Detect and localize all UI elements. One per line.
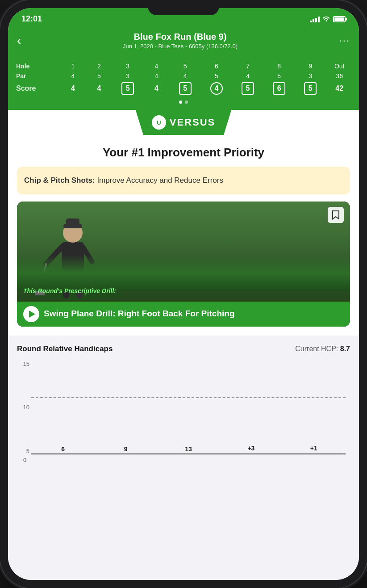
phone-frame: 12:01 ‹ Blue Fox Run (Blue 9) Jun 1 bbox=[0, 0, 367, 588]
drill-title-area[interactable]: Swing Plane Drill: Right Foot Back For P… bbox=[17, 302, 350, 327]
priority-bold: Chip & Pitch Shots: bbox=[24, 176, 95, 185]
score-hole-2[interactable]: 4 bbox=[86, 81, 112, 96]
y-label-15: 15 bbox=[23, 361, 29, 367]
versus-banner: U VERSUS bbox=[8, 110, 359, 135]
battery-icon bbox=[333, 16, 346, 22]
bar-group-3: 13 bbox=[161, 445, 216, 454]
bar-chart: 15 10 5 6 bbox=[17, 361, 350, 468]
chart-inner: 6 9 13 bbox=[31, 361, 346, 454]
grass-overlay bbox=[17, 255, 350, 291]
back-button[interactable]: ‹ bbox=[17, 34, 21, 48]
bar-group-2: 9 bbox=[98, 445, 153, 454]
score-hole-8[interactable]: 6 bbox=[263, 81, 295, 96]
improvement-title: Your #1 Improvement Priority bbox=[17, 146, 350, 160]
status-icons bbox=[310, 15, 346, 23]
header: ‹ Blue Fox Run (Blue 9) Jun 1, 2020 - Bl… bbox=[8, 27, 359, 58]
screen: 12:01 ‹ Blue Fox Run (Blue 9) Jun 1 bbox=[8, 8, 359, 580]
bar-group-5: +1 bbox=[287, 445, 341, 454]
bar-value-1: 6 bbox=[61, 445, 65, 453]
bar-group-1: 6 bbox=[36, 445, 90, 454]
course-title: Blue Fox Run (Blue 9) bbox=[123, 32, 238, 42]
score-hole-3[interactable]: 5 bbox=[112, 81, 143, 96]
hole-row: Hole 1 2 3 4 5 6 7 8 9 Out bbox=[14, 61, 353, 71]
score-hole-7[interactable]: 5 bbox=[232, 81, 263, 96]
chart-baseline bbox=[31, 454, 346, 454]
score-hole-4[interactable]: 4 bbox=[143, 81, 169, 96]
bar-value-5: +1 bbox=[310, 445, 317, 452]
handicap-title: Round Relative Handicaps bbox=[17, 344, 113, 353]
notch bbox=[148, 0, 219, 15]
zero-label: 0 bbox=[23, 457, 26, 463]
bar-value-3: 13 bbox=[185, 445, 192, 453]
handicap-section: Round Relative Handicaps Current HCP: 8.… bbox=[8, 336, 359, 477]
priority-card: Chip & Pitch Shots: Improve Accuracy and… bbox=[17, 167, 350, 194]
status-time: 12:01 bbox=[21, 14, 42, 24]
priority-text: Chip & Pitch Shots: Improve Accuracy and… bbox=[24, 175, 343, 186]
score-hole-1[interactable]: 4 bbox=[60, 81, 86, 96]
bar-value-2: 9 bbox=[124, 445, 128, 453]
y-label-10: 10 bbox=[23, 404, 29, 411]
score-hole-6[interactable]: 4 bbox=[201, 81, 232, 96]
dot-1[interactable] bbox=[179, 101, 182, 104]
more-button[interactable]: ··· bbox=[339, 35, 350, 46]
versus-label: VERSUS bbox=[170, 117, 215, 128]
priority-rest: Improve Accuracy and Reduce Errors bbox=[95, 176, 223, 185]
current-hcp-label: Current HCP: bbox=[295, 345, 338, 353]
video-card[interactable]: This Round's Prescriptive Drill: Swing P… bbox=[17, 202, 350, 327]
signal-icon bbox=[310, 16, 320, 22]
score-hole-5[interactable]: 5 bbox=[170, 81, 201, 96]
score-hole-9[interactable]: 5 bbox=[295, 81, 326, 96]
wifi-icon bbox=[322, 15, 330, 23]
hole-label: Hole bbox=[14, 61, 60, 71]
score-row: Score 4 4 5 4 5 4 5 6 5 42 bbox=[14, 81, 353, 96]
bars-container: 6 9 13 bbox=[31, 361, 346, 454]
header-title-group: Blue Fox Run (Blue 9) Jun 1, 2020 - Blue… bbox=[123, 32, 238, 50]
scorecard: Hole 1 2 3 4 5 6 7 8 9 Out Par 4 5 3 bbox=[8, 58, 359, 110]
swing-u-logo: U bbox=[152, 115, 166, 130]
drill-title: Swing Plane Drill: Right Foot Back For P… bbox=[44, 308, 235, 319]
scorecard-table: Hole 1 2 3 4 5 6 7 8 9 Out Par 4 5 3 bbox=[14, 61, 353, 96]
play-icon bbox=[29, 311, 35, 318]
versus-tag: U VERSUS bbox=[136, 110, 231, 135]
svg-text:U: U bbox=[157, 119, 161, 126]
par-row: Par 4 5 3 4 4 5 4 5 3 36 bbox=[14, 71, 353, 81]
bar-value-4: +3 bbox=[247, 445, 254, 452]
improvement-section: Your #1 Improvement Priority Chip & Pitc… bbox=[8, 135, 359, 336]
page-dots bbox=[14, 101, 353, 104]
bookmark-button[interactable] bbox=[328, 207, 344, 223]
dot-2[interactable] bbox=[185, 101, 188, 104]
svg-rect-11 bbox=[66, 218, 79, 227]
handicap-header: Round Relative Handicaps Current HCP: 8.… bbox=[17, 344, 350, 353]
play-button[interactable] bbox=[23, 306, 39, 322]
current-hcp: Current HCP: 8.7 bbox=[295, 345, 350, 353]
score-out: 42 bbox=[326, 81, 353, 96]
bar-group-4: +3 bbox=[224, 445, 278, 454]
current-hcp-value: 8.7 bbox=[340, 345, 350, 353]
par-label: Par bbox=[14, 71, 60, 81]
round-info: Jun 1, 2020 - Blue Tees - 6605y (136.0/7… bbox=[123, 43, 238, 50]
drill-label: This Round's Prescriptive Drill: bbox=[23, 287, 116, 294]
main-content[interactable]: U VERSUS Your #1 Improvement Priority Ch… bbox=[8, 110, 359, 580]
score-label: Score bbox=[14, 81, 60, 96]
header-nav: ‹ Blue Fox Run (Blue 9) Jun 1, 2020 - Bl… bbox=[17, 32, 350, 50]
y-label-5: 5 bbox=[26, 448, 29, 454]
